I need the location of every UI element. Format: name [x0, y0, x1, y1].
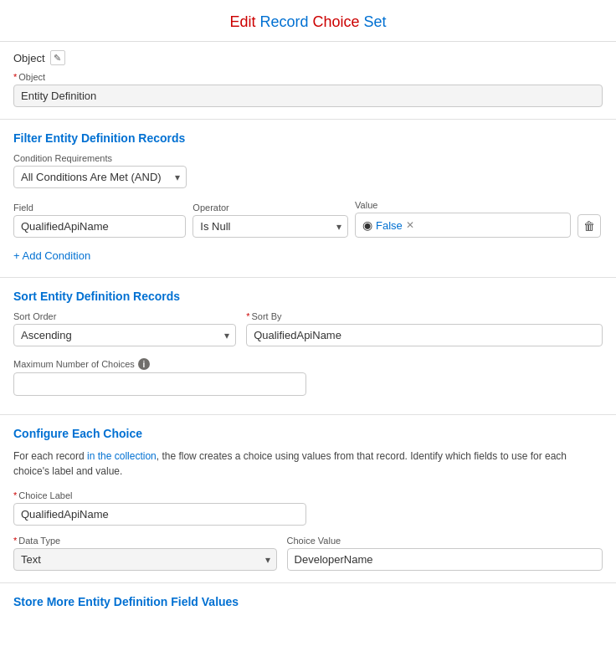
- toggle-icon: ◉: [362, 218, 372, 232]
- sort-by-wrapper: *Sort By: [246, 311, 603, 346]
- edit-object-button[interactable]: ✎: [50, 50, 65, 65]
- choice-label-label: *Choice Label: [13, 490, 603, 500]
- choice-value-wrapper: Choice Value: [287, 536, 603, 571]
- object-section: Object ✎ *Object: [0, 42, 616, 120]
- condition-value-col: Value ◉ False ✕: [355, 200, 571, 238]
- configure-section-title: Configure Each Choice: [13, 427, 603, 440]
- condition-field-col: Field: [13, 203, 186, 238]
- sort-by-input[interactable]: [246, 324, 603, 346]
- operator-select-wrapper: Is Null: [192, 215, 348, 238]
- info-icon: i: [138, 358, 150, 370]
- condition-requirements: Condition Requirements All Conditions Ar…: [13, 153, 603, 188]
- value-tag-text: False: [376, 219, 403, 232]
- filter-section-title: Filter Entity Definition Records: [13, 131, 603, 145]
- condition-requirements-select[interactable]: All Conditions Are Met (AND): [13, 166, 187, 188]
- operator-select[interactable]: Is Null: [192, 215, 348, 238]
- max-choices-label-text: Maximum Number of Choices: [13, 359, 135, 369]
- object-section-label: Object: [13, 52, 45, 64]
- field-col-label: Field: [13, 203, 186, 213]
- filter-section: Filter Entity Definition Records Conditi…: [0, 120, 616, 278]
- value-input-wrapper[interactable]: ◉ False ✕: [355, 213, 571, 238]
- condition-field-input[interactable]: [13, 215, 186, 238]
- condition-delete-col: 🗑: [578, 214, 603, 238]
- data-type-wrapper: *Data Type Text Number Currency Date Dat…: [13, 536, 277, 571]
- condition-requirements-select-wrapper: All Conditions Are Met (AND): [13, 166, 187, 188]
- value-tag-close-button[interactable]: ✕: [406, 219, 414, 231]
- sort-row: Sort Order Ascending Descending *Sort By: [13, 311, 603, 346]
- object-field-input[interactable]: [13, 85, 603, 107]
- value-col-label: Value: [355, 200, 571, 210]
- edit-icon: ✎: [54, 53, 61, 64]
- data-type-select-wrapper: Text Number Currency Date DateTime Boole…: [13, 548, 277, 571]
- max-choices-label-wrapper: Maximum Number of Choices i: [13, 358, 603, 370]
- sort-order-select-wrapper: Ascending Descending: [13, 324, 236, 346]
- configure-section: Configure Each Choice For each record in…: [0, 415, 616, 583]
- object-field-label: *Object: [13, 72, 603, 82]
- configure-description: For each record in the collection, the f…: [13, 449, 603, 479]
- store-section-title: Store More Entity Definition Field Value…: [13, 595, 603, 608]
- sort-by-label: *Sort By: [246, 311, 603, 321]
- sort-order-select[interactable]: Ascending Descending: [13, 324, 236, 346]
- max-choices-input[interactable]: [13, 372, 306, 396]
- store-section: Store More Entity Definition Field Value…: [0, 583, 616, 625]
- sort-order-label: Sort Order: [13, 311, 236, 321]
- description-link: in the collection: [87, 450, 157, 462]
- data-type-label: *Data Type: [13, 536, 277, 546]
- choice-value-input[interactable]: [287, 548, 603, 571]
- page-header: Edit Record Choice Set: [0, 0, 616, 42]
- choice-value-label: Choice Value: [287, 536, 603, 546]
- choice-label-row: *Choice Label: [13, 490, 603, 526]
- add-condition-button[interactable]: + Add Condition: [13, 246, 90, 265]
- data-type-value-row: *Data Type Text Number Currency Date Dat…: [13, 536, 603, 571]
- sort-section-title: Sort Entity Definition Records: [13, 290, 603, 303]
- page-title: Edit Record Choice Set: [0, 13, 616, 31]
- sort-order-wrapper: Sort Order Ascending Descending: [13, 311, 236, 346]
- condition-requirements-label: Condition Requirements: [13, 153, 603, 163]
- condition-delete-button[interactable]: 🗑: [578, 214, 601, 238]
- data-type-select[interactable]: Text Number Currency Date DateTime Boole…: [13, 548, 277, 571]
- max-choices-row: Maximum Number of Choices i: [13, 358, 603, 396]
- delete-icon: 🗑: [583, 219, 595, 233]
- condition-row: Field Operator Is Null Value ◉ False ✕ 🗑: [13, 200, 603, 238]
- choice-label-input[interactable]: [13, 503, 306, 526]
- sort-section: Sort Entity Definition Records Sort Orde…: [0, 278, 616, 415]
- condition-operator-col: Operator Is Null: [192, 203, 348, 238]
- operator-col-label: Operator: [192, 203, 348, 213]
